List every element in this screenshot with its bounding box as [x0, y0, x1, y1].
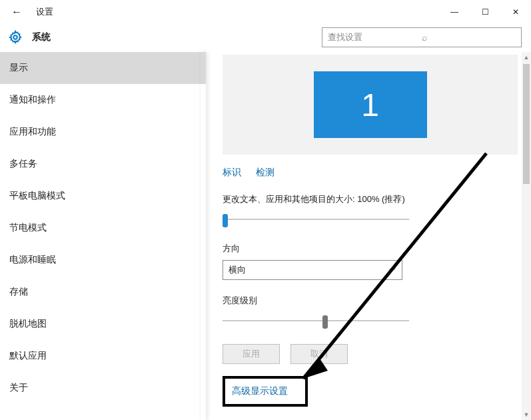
sidebar-item-tablet[interactable]: 平板电脑模式: [0, 180, 206, 212]
scrollbar[interactable]: ▲ ▼: [522, 52, 531, 420]
monitor-1[interactable]: 1: [314, 71, 427, 138]
brightness-slider[interactable]: [223, 313, 409, 329]
sidebar-item-apps[interactable]: 应用和功能: [0, 116, 206, 148]
identify-link[interactable]: 标识: [223, 167, 241, 177]
scrollbar-thumb[interactable]: [523, 64, 530, 184]
scroll-up-icon[interactable]: ▲: [522, 52, 531, 63]
sidebar-item-notifications[interactable]: 通知和操作: [0, 84, 206, 116]
scale-label: 更改文本、应用和其他项目的大小: 100% (推荐): [223, 193, 518, 205]
sidebar-item-power[interactable]: 电源和睡眠: [0, 244, 206, 276]
brightness-label: 亮度级别: [223, 295, 518, 307]
orientation-select[interactable]: 横向 ﹀: [223, 260, 402, 280]
search-placeholder: 查找设置: [328, 31, 422, 43]
maximize-button[interactable]: ☐: [470, 2, 500, 22]
titlebar: ← 设置 — ☐ ✕: [0, 0, 531, 24]
advanced-display-link[interactable]: 高级显示设置: [232, 385, 288, 396]
sidebar-item-defaultapps[interactable]: 默认应用: [0, 340, 206, 372]
minimize-button[interactable]: —: [439, 2, 470, 22]
sidebar-item-offlinemaps[interactable]: 脱机地图: [0, 308, 206, 340]
close-button[interactable]: ✕: [500, 2, 531, 22]
header: 系统 查找设置 ⌕: [0, 24, 531, 51]
chevron-down-icon: ﹀: [389, 265, 396, 275]
cancel-button[interactable]: 取消: [290, 344, 348, 364]
brightness-slider-thumb[interactable]: [322, 315, 328, 329]
gear-icon: [8, 30, 23, 45]
svg-point-0: [13, 35, 17, 39]
search-icon: ⌕: [422, 32, 516, 43]
sidebar-item-battery[interactable]: 节电模式: [0, 212, 206, 244]
apply-button[interactable]: 应用: [223, 344, 280, 364]
sidebar-item-about[interactable]: 关于: [0, 372, 206, 404]
advanced-settings-highlight: 高级显示设置: [223, 376, 308, 407]
scale-slider-thumb[interactable]: [223, 214, 228, 227]
back-button[interactable]: ←: [7, 6, 27, 18]
window-title: 设置: [36, 6, 53, 18]
page-title: 系统: [32, 31, 51, 43]
orientation-label: 方向: [223, 243, 518, 255]
detect-link[interactable]: 检测: [256, 167, 274, 177]
sidebar-item-storage[interactable]: 存储: [0, 276, 206, 308]
monitor-preview[interactable]: 1: [223, 55, 518, 155]
content-panel: 1 标识 检测 更改文本、应用和其他项目的大小: 100% (推荐) 方向 横向…: [207, 52, 531, 420]
search-input[interactable]: 查找设置 ⌕: [322, 27, 522, 47]
scale-slider[interactable]: [223, 212, 409, 228]
scroll-down-icon[interactable]: ▼: [522, 409, 531, 420]
sidebar-item-display[interactable]: 显示: [0, 52, 206, 84]
sidebar: 显示 通知和操作 应用和功能 多任务 平板电脑模式 节电模式 电源和睡眠 存储 …: [0, 52, 207, 420]
sidebar-item-multitask[interactable]: 多任务: [0, 148, 206, 180]
